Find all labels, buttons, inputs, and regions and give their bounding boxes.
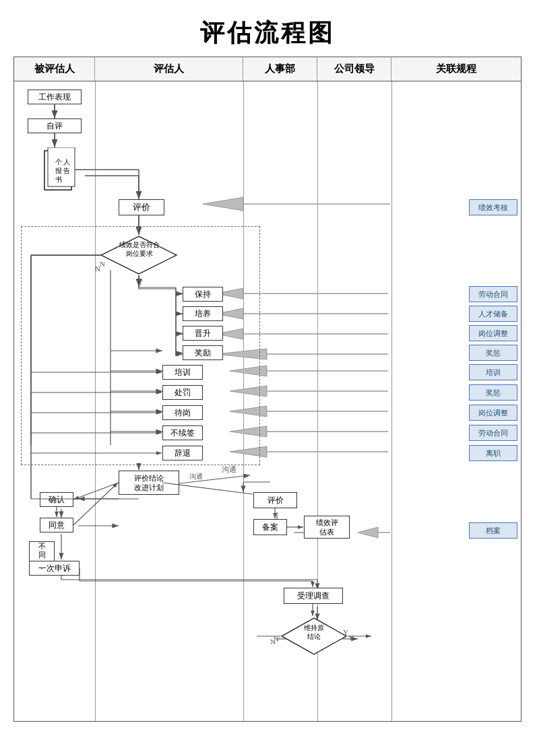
link-archive[interactable]: 档案 xyxy=(469,522,517,539)
link-performance-check[interactable]: 绩效考核 xyxy=(469,199,517,215)
eval-conclusion-box: 评价结论 改进计划 xyxy=(119,471,179,495)
svg-marker-7 xyxy=(203,197,390,211)
col-header-3: 人事部 xyxy=(243,57,317,81)
file-box: 备案 xyxy=(253,519,287,535)
self-eval-box: 自评 xyxy=(28,118,82,133)
train-box: 培养 xyxy=(183,306,223,321)
keep-box: 保持 xyxy=(183,287,223,302)
link-talent-pool[interactable]: 人才储备 xyxy=(469,306,517,322)
link-position-adjust-1[interactable]: 岗位调整 xyxy=(469,325,517,341)
col-header-5: 关联规程 xyxy=(391,57,521,81)
dashed-section xyxy=(21,226,260,465)
flow-body: N Y N Y 沟通 工作表现 自评 xyxy=(14,81,521,721)
link-departure[interactable]: 离职 xyxy=(469,445,517,461)
svg-text:沟通: 沟通 xyxy=(222,465,237,473)
diamond-maintain: 维持原 结论 xyxy=(280,617,348,656)
link-training[interactable]: 培训 xyxy=(469,364,517,380)
col-header-4: 公司领导 xyxy=(317,57,391,81)
confirm-box: 确认 xyxy=(40,492,73,507)
y-label-1: Y xyxy=(137,278,143,286)
link-position-adjust-2[interactable]: 岗位调整 xyxy=(469,405,517,421)
appeal-box: 一次申诉 xyxy=(29,561,80,576)
page: 评估流程图 被评估人 评估人 人事部 公司领导 关联规程 xyxy=(0,0,535,756)
n-label-1: N xyxy=(95,265,100,273)
col-header-2: 评估人 xyxy=(95,57,243,81)
resign-box: 辞退 xyxy=(162,446,203,460)
report-doc: 个 报 书 人 告 xyxy=(41,147,75,191)
punish-box: 处罚 xyxy=(162,385,203,400)
work-performance-box: 工作表现 xyxy=(28,90,82,104)
svg-marker-45 xyxy=(358,527,390,538)
link-penalty[interactable]: 奖惩 xyxy=(469,384,517,401)
perf-eval-form-box: 绩效评 估表 xyxy=(304,516,350,539)
link-labor-contract-1[interactable]: 劳动合同 xyxy=(469,286,517,302)
training-box: 培训 xyxy=(162,365,203,380)
agree-box: 同意 xyxy=(40,518,73,532)
column-headers: 被评估人 评估人 人事部 公司领导 关联规程 xyxy=(14,57,521,81)
flowchart-container: 被评估人 评估人 人事部 公司领导 关联规程 xyxy=(13,57,522,722)
link-labor-contract-2[interactable]: 劳动合同 xyxy=(469,425,517,441)
no-renew-box: 不续签 xyxy=(162,425,203,440)
reward-box: 奖励 xyxy=(183,345,223,360)
link-bonus[interactable]: 奖惩 xyxy=(469,345,517,361)
y-label-2: Y xyxy=(348,633,354,642)
standby-box: 待岗 xyxy=(162,405,203,420)
promote-box: 晋升 xyxy=(183,326,223,341)
col-header-1: 被评估人 xyxy=(14,57,95,81)
handle-invest-box: 受理调查 xyxy=(284,588,343,604)
page-title: 评估流程图 xyxy=(7,7,528,57)
evaluate-box: 评价 xyxy=(119,199,164,215)
evaluate2-box: 评价 xyxy=(253,492,297,508)
n-label-2: N xyxy=(270,638,276,646)
